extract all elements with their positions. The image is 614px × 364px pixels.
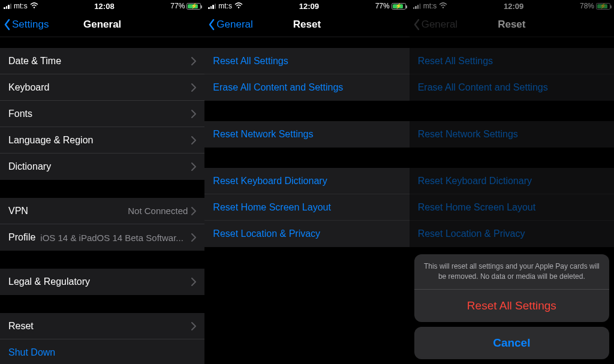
- chevron-right-icon: [191, 57, 196, 65]
- row-dictionary[interactable]: Dictionary: [0, 154, 204, 180]
- row-label: Reset Location & Privacy: [418, 228, 525, 239]
- settings-group: Legal & Regulatory: [0, 269, 204, 295]
- nav-bar: General Reset: [204, 12, 409, 37]
- row-date-time[interactable]: Date & Time: [0, 48, 204, 74]
- wifi-icon: [439, 2, 447, 10]
- reset-group: Reset All Settings Erase All Content and…: [410, 48, 614, 101]
- status-bar: mt:s 12:09 78% ⚡: [410, 0, 614, 12]
- chevron-right-icon: [191, 136, 196, 145]
- action-sheet: This will reset all settings and your Ap…: [414, 254, 609, 359]
- sheet-message: This will reset all settings and your Ap…: [414, 254, 609, 290]
- chevron-left-icon: [208, 19, 215, 31]
- row-label: Profile: [8, 232, 35, 243]
- chevron-right-icon: [191, 110, 196, 118]
- row-label: Language & Region: [8, 135, 191, 146]
- status-right: 78% ⚡: [580, 2, 610, 10]
- carrier-label: mt:s: [423, 2, 437, 10]
- row-label: Reset: [8, 321, 191, 332]
- signal-icon: [208, 3, 216, 9]
- row-fonts[interactable]: Fonts: [0, 101, 204, 127]
- reset-group: Reset Keyboard Dictionary Reset Home Scr…: [204, 168, 409, 247]
- row-label: Legal & Regulatory: [8, 276, 191, 287]
- nav-bar: General Reset: [410, 12, 614, 37]
- row-shut-down[interactable]: Shut Down: [0, 339, 204, 364]
- settings-group: VPN Not Connected Profile iOS 14 & iPadO…: [0, 198, 204, 251]
- row-detail: Not Connected: [128, 206, 188, 216]
- chevron-right-icon: [191, 83, 196, 92]
- nav-title: Reset: [293, 19, 321, 31]
- sheet-destructive-button[interactable]: Reset All Settings: [414, 290, 609, 322]
- chevron-right-icon: [191, 207, 196, 215]
- content: Date & Time Keyboard Fonts Language & Re…: [0, 37, 204, 364]
- row-legal[interactable]: Legal & Regulatory: [0, 269, 204, 295]
- reset-all-settings[interactable]: Reset All Settings: [204, 48, 409, 74]
- erase-all-content: Erase All Content and Settings: [410, 74, 614, 101]
- reset-keyboard-dictionary: Reset Keyboard Dictionary: [410, 168, 614, 194]
- back-label: Settings: [12, 19, 49, 31]
- chevron-right-icon: [191, 233, 196, 242]
- status-left: mt:s: [4, 2, 38, 10]
- nav-title: Reset: [498, 19, 525, 31]
- reset-network-settings[interactable]: Reset Network Settings: [204, 121, 409, 148]
- reset-home-screen-layout: Reset Home Screen Layout: [410, 194, 614, 221]
- reset-all-settings: Reset All Settings: [410, 48, 614, 74]
- reset-keyboard-dictionary[interactable]: Reset Keyboard Dictionary: [204, 168, 409, 194]
- chevron-right-icon: [191, 278, 196, 286]
- reset-group: Reset Network Settings: [410, 121, 614, 148]
- row-label: Dictionary: [8, 161, 191, 172]
- battery-icon: ⚡: [596, 3, 610, 10]
- content: Reset All Settings Erase All Content and…: [204, 37, 409, 364]
- signal-icon: [4, 3, 11, 9]
- reset-home-screen-layout[interactable]: Reset Home Screen Layout: [204, 194, 409, 221]
- row-profile[interactable]: Profile iOS 14 & iPadOS 14 Beta Softwar.…: [0, 224, 204, 251]
- row-label: Reset Network Settings: [418, 129, 518, 140]
- row-reset[interactable]: Reset: [0, 313, 204, 339]
- row-label: Erase All Content and Settings: [213, 82, 343, 93]
- status-bar: mt:s 12:09 77% ⚡: [204, 0, 409, 12]
- row-label: Date & Time: [8, 56, 191, 67]
- wifi-icon: [30, 2, 38, 10]
- chevron-left-icon: [413, 19, 420, 31]
- row-label: Reset Location & Privacy: [213, 228, 320, 239]
- row-label: Reset Keyboard Dictionary: [213, 176, 327, 186]
- battery-percent: 77%: [375, 2, 390, 10]
- row-keyboard[interactable]: Keyboard: [0, 74, 204, 101]
- settings-group: Reset Shut Down: [0, 313, 204, 364]
- sheet-cancel: Cancel: [414, 327, 609, 359]
- row-vpn[interactable]: VPN Not Connected: [0, 198, 204, 224]
- back-label: General: [216, 19, 252, 31]
- sheet-cancel-button[interactable]: Cancel: [414, 327, 609, 359]
- svg-point-2: [443, 7, 444, 8]
- reset-location-privacy: Reset Location & Privacy: [410, 221, 614, 247]
- status-right: 77% ⚡: [170, 2, 201, 10]
- row-label: Reset Network Settings: [213, 129, 313, 140]
- chevron-right-icon: [191, 322, 196, 330]
- svg-point-0: [33, 7, 34, 8]
- charging-icon: ⚡: [191, 3, 197, 9]
- battery-icon: ⚡: [186, 3, 201, 10]
- reset-group: Reset All Settings Erase All Content and…: [204, 48, 409, 101]
- screen-reset: mt:s 12:09 77% ⚡ General Reset Reset All…: [204, 0, 409, 364]
- charging-icon: ⚡: [395, 3, 402, 9]
- back-button[interactable]: Settings: [4, 12, 49, 37]
- row-label: VPN: [8, 206, 128, 216]
- reset-group: Reset Network Settings: [204, 121, 409, 148]
- battery-icon: ⚡: [392, 3, 406, 10]
- row-label: Reset All Settings: [213, 56, 288, 67]
- reset-location-privacy[interactable]: Reset Location & Privacy: [204, 221, 409, 247]
- battery-percent: 78%: [580, 2, 594, 10]
- status-right: 77% ⚡: [375, 2, 406, 10]
- row-label: Reset Home Screen Layout: [418, 202, 536, 213]
- chevron-right-icon: [191, 163, 196, 171]
- screen-reset-confirm: mt:s 12:09 78% ⚡ General Reset Reset All…: [410, 0, 614, 364]
- row-language-region[interactable]: Language & Region: [0, 127, 204, 154]
- back-button[interactable]: General: [208, 12, 252, 37]
- status-time: 12:09: [299, 2, 319, 11]
- row-label: Fonts: [8, 109, 191, 119]
- back-label: General: [422, 19, 458, 31]
- svg-point-1: [238, 7, 239, 8]
- charging-icon: ⚡: [600, 3, 606, 9]
- sheet-destructive-label: Reset All Settings: [467, 299, 556, 312]
- erase-all-content[interactable]: Erase All Content and Settings: [204, 74, 409, 101]
- carrier-label: mt:s: [14, 2, 28, 10]
